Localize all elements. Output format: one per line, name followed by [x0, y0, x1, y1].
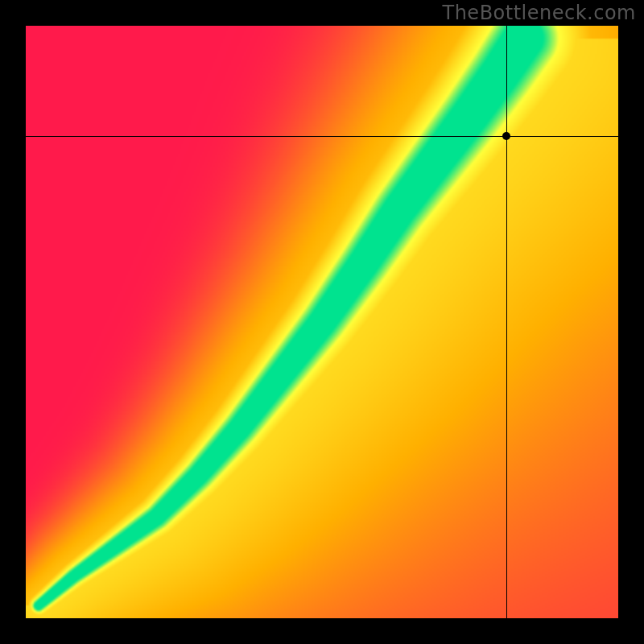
- heatmap-plot: [26, 26, 618, 618]
- chart-container: TheBottleneck.com: [0, 0, 644, 644]
- watermark-text: TheBottleneck.com: [443, 2, 637, 24]
- heatmap-canvas: [26, 26, 618, 618]
